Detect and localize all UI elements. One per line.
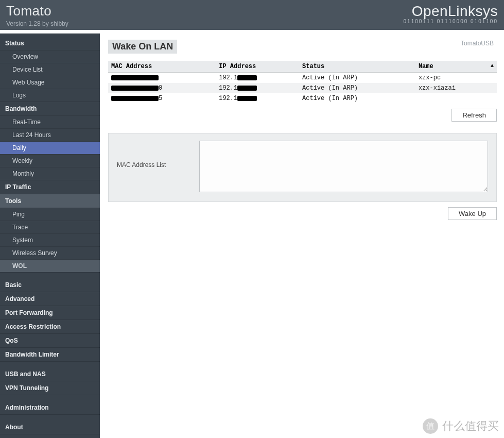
nav-section-vpn-tunneling[interactable]: VPN Tunneling — [0, 381, 100, 395]
device-ident: TomatoUSB — [461, 40, 494, 47]
cell-mac — [108, 73, 216, 83]
wol-device-table: MAC AddressIP AddressStatusName▲ 192.1Ac… — [108, 61, 497, 104]
nav-section-bandwidth[interactable]: Bandwidth — [0, 102, 100, 115]
app-title: Tomato — [6, 3, 68, 19]
mac-list-panel: MAC Address List — [108, 133, 497, 202]
redacted-ip — [237, 86, 257, 91]
redacted-ip — [237, 75, 257, 80]
nav-section-ip-traffic[interactable]: IP Traffic — [0, 180, 100, 194]
cell-status: Active (In ARP) — [299, 73, 415, 83]
cell-ip: 192.1 — [216, 73, 299, 83]
redacted-mac — [111, 75, 159, 80]
brand-title: OpenLinksys — [404, 3, 498, 20]
col-mac-address[interactable]: MAC Address — [108, 61, 216, 73]
table-row[interactable]: 5192.1Active (In ARP) — [108, 93, 497, 104]
nav-item-device-list[interactable]: Device List — [0, 63, 100, 76]
nav-item-wireless-survey[interactable]: Wireless Survey — [0, 246, 100, 259]
cell-name: xzx-xiazai — [415, 83, 497, 93]
sidebar: StatusOverviewDevice ListWeb UsageLogsBa… — [0, 33, 100, 438]
nav-section-reboot-[interactable]: Reboot... — [0, 434, 100, 438]
nav-item-logs[interactable]: Logs — [0, 89, 100, 102]
wakeup-button[interactable]: Wake Up — [448, 207, 497, 220]
sort-asc-icon: ▲ — [491, 63, 494, 69]
brand-bits: 01100111 01110000 0101100 — [404, 19, 498, 24]
table-row[interactable]: 0192.1Active (In ARP)xzx-xiazai — [108, 83, 497, 93]
nav-section-qos[interactable]: QoS — [0, 333, 100, 347]
nav-item-system[interactable]: System — [0, 233, 100, 246]
col-status[interactable]: Status — [299, 61, 415, 73]
nav-item-trace[interactable]: Trace — [0, 221, 100, 233]
cell-ip: 192.1 — [216, 83, 299, 93]
cell-mac: 5 — [108, 93, 216, 104]
nav-section-administration[interactable]: Administration — [0, 401, 100, 414]
nav-section-basic[interactable]: Basic — [0, 278, 100, 292]
nav-item-ping[interactable]: Ping — [0, 208, 100, 221]
redacted-mac — [111, 96, 159, 101]
table-row[interactable]: 192.1Active (In ARP)xzx-pc — [108, 73, 497, 83]
cell-status: Active (In ARP) — [299, 93, 415, 104]
nav-item-real-time[interactable]: Real-Time — [0, 115, 100, 128]
watermark: 值 什么值得买 — [423, 418, 499, 434]
nav-section-advanced[interactable]: Advanced — [0, 292, 100, 306]
nav-section-about[interactable]: About — [0, 420, 100, 434]
nav-section-status[interactable]: Status — [0, 37, 100, 50]
col-ip-address[interactable]: IP Address — [216, 61, 299, 73]
cell-ip: 192.1 — [216, 93, 299, 104]
nav-section-access-restriction[interactable]: Access Restriction — [0, 319, 100, 333]
mac-list-textarea[interactable] — [199, 141, 488, 192]
nav-section-port-forwarding[interactable]: Port Forwarding — [0, 306, 100, 319]
watermark-badge-icon: 值 — [423, 418, 438, 434]
nav-section-bandwidth-limiter[interactable]: Bandwidth Limiter — [0, 347, 100, 361]
nav-item-daily[interactable]: Daily — [0, 141, 100, 154]
cell-name: xzx-pc — [415, 73, 497, 83]
page-title: Wake On LAN — [108, 40, 177, 54]
mac-list-label: MAC Address List — [117, 141, 199, 169]
nav-item-web-usage[interactable]: Web Usage — [0, 76, 100, 89]
cell-status: Active (In ARP) — [299, 83, 415, 93]
nav-item-overview[interactable]: Overview — [0, 50, 100, 63]
col-name[interactable]: Name▲ — [415, 61, 497, 73]
watermark-text: 什么值得买 — [442, 418, 499, 434]
cell-name — [415, 93, 497, 104]
refresh-button[interactable]: Refresh — [451, 109, 497, 122]
header-bar: Tomato Version 1.28 by shibby OpenLinksy… — [0, 0, 504, 30]
app-version: Version 1.28 by shibby — [6, 20, 68, 27]
nav-item-last-24-hours[interactable]: Last 24 Hours — [0, 128, 100, 141]
nav-item-wol[interactable]: WOL — [0, 259, 100, 272]
redacted-mac — [111, 86, 159, 91]
redacted-ip — [237, 96, 257, 101]
nav-section-usb-and-nas[interactable]: USB and NAS — [0, 367, 100, 381]
cell-mac: 0 — [108, 83, 216, 93]
content-area: TomatoUSB Wake On LAN MAC AddressIP Addr… — [100, 33, 504, 438]
nav-item-weekly[interactable]: Weekly — [0, 154, 100, 167]
nav-item-monthly[interactable]: Monthly — [0, 167, 100, 180]
nav-section-tools[interactable]: Tools — [0, 194, 100, 208]
